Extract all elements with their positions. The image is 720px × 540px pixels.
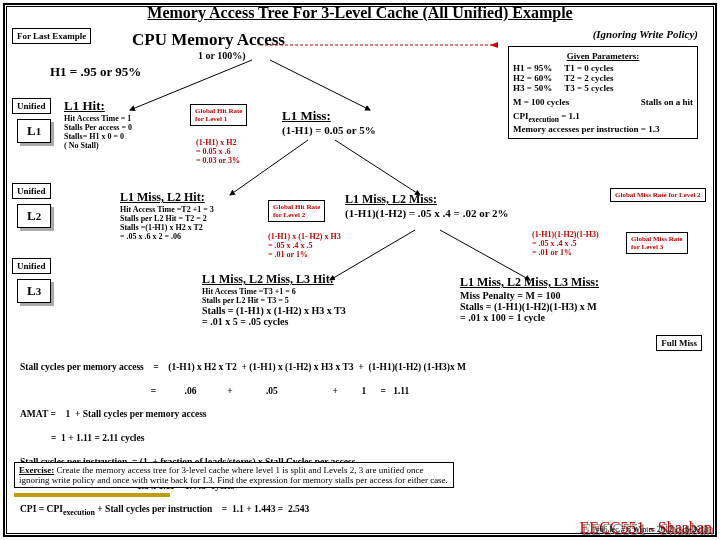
l2-miss: L1 Miss, L2 Miss: (1-H1)(1-H2) = .05 x .… <box>345 192 509 219</box>
l1-calc: (1-H1) x H2 = 0.05 x .6 = 0.03 or 3% <box>196 138 240 165</box>
l3-hit-d: = .01 x 5 = .05 cycles <box>202 316 422 327</box>
gmr2-box: Global Miss Rate for Level 2 <box>610 188 706 202</box>
l1-box: L1 <box>17 119 51 143</box>
unified-1: Unified <box>12 98 51 114</box>
l3-hit-c: Stalls = (1-H1) x (1-H2) x H3 x T3 <box>202 305 422 316</box>
l3-miss-c: = .01 x 100 = 1 cycle <box>460 312 680 323</box>
h1-label: H1 = .95 or 95% <box>50 64 141 80</box>
l3-calc: (1-H1)(1-H2)(1-H3) = .05 x .4 x .5 = .01… <box>532 230 599 257</box>
l3-miss-h: L1 Miss, L2 Miss, L3 Miss: <box>460 275 680 290</box>
l1-miss-a: (1-H1) = 0.05 or 5% <box>282 124 376 136</box>
l3-hit-h: L1 Miss, L2 Miss, L3 Hit: <box>202 272 422 287</box>
l1-miss: L1 Miss: (1-H1) = 0.05 or 5% <box>282 108 376 136</box>
given-stalls: Stalls on a hit <box>641 97 693 107</box>
ghr2-box: Global Hit Ratefor Level 2 <box>268 200 325 222</box>
ex-t: Create the memory access tree for 3-leve… <box>19 465 448 485</box>
given-m: M = 100 cycles <box>513 97 569 107</box>
l2-miss-a: (1-H1)(1-H2) = .05 x .4 = .02 or 2% <box>345 207 509 219</box>
cpu-label: CPU Memory Access <box>132 30 285 50</box>
given-h1: H1 = 95% <box>513 63 552 73</box>
l2-hit-c: Stalls =(1-H1) x H2 x T2 <box>120 223 280 232</box>
given-cpi: CPI <box>513 111 529 121</box>
l2-hit: L1 Miss, L2 Hit: Hit Access Time =T2 +1 … <box>120 190 280 241</box>
unified-3: Unified <box>12 258 51 274</box>
ignore-label: (Ignoring Write Policy) <box>593 28 698 40</box>
unified-2: Unified <box>12 183 51 199</box>
stall-calc: Stall cycles per memory access = (1-H1) … <box>20 350 680 530</box>
l3-miss: L1 Miss, L2 Miss, L3 Miss: Miss Penalty … <box>460 275 680 323</box>
given-params: Given Parameters: H1 = 95% H2 = 60% H3 =… <box>508 46 698 139</box>
l1-hit-c: Stalls= H1 x 0 = 0 <box>64 132 194 141</box>
l1-hit-a: Hit Access Time = 1 <box>64 114 194 123</box>
given-t1: T1 = 0 cycles <box>564 63 613 73</box>
for-last-box: For Last Example <box>12 28 91 44</box>
l1-miss-h: L1 Miss: <box>282 108 376 124</box>
exercise-box: Exercise: Create the memory access tree … <box>14 462 454 488</box>
l2-hit-a: Hit Access Time =T2 +1 = 3 <box>120 205 280 214</box>
given-cpiv: = 1.1 <box>559 111 580 121</box>
l2-miss-h: L1 Miss, L2 Miss: <box>345 192 437 206</box>
given-h3: H3 = 50% <box>513 83 552 93</box>
l2-hit-b: Stalls per L2 Hit = T2 = 2 <box>120 214 280 223</box>
l1-hit-d: ( No Stall) <box>64 141 194 150</box>
l2-box: L2 <box>17 204 51 228</box>
l2-hit-d: = .05 x .6 x 2 = .06 <box>120 232 280 241</box>
gmr3-box: Global Miss Ratefor Level 3 <box>626 232 688 254</box>
ex-h: Exercise: <box>19 465 54 475</box>
l3-miss-a: Miss Penalty = M = 100 <box>460 290 680 301</box>
given-t3: T3 = 5 cycles <box>564 83 613 93</box>
title: Memory Access Tree For 3-Level Cache (Al… <box>0 4 720 22</box>
l3-hit-a: Hit Access Time =T3 +1 = 6 <box>202 287 422 296</box>
l2-calc: (1-H1) x (1- H2) x H3 = .05 x .4 x .5 = … <box>268 232 341 259</box>
hundred-label: 1 or 100%) <box>198 50 246 61</box>
l3-miss-b: Stalls = (1-H1)(1-H2)(1-H3) x M <box>460 301 680 312</box>
lecture-info: #66 lec # 8 Winter 2012 1-16-2013 <box>596 525 708 534</box>
l3-box: L3 <box>17 279 51 303</box>
given-header: Given Parameters: <box>513 51 693 61</box>
l1-hit-b: Stalls Per access = 0 <box>64 123 194 132</box>
l1-hit: L1 Hit: Hit Access Time = 1 Stalls Per a… <box>64 98 194 150</box>
l1-hit-h: L1 Hit: <box>64 98 194 114</box>
ghr1-box: Global Hit Ratefor Level 1 <box>190 104 247 126</box>
given-t2: T2 = 2 cycles <box>564 73 613 83</box>
given-cpisub: execution <box>529 115 559 124</box>
given-mapi: Memory accesses per instruction = 1.3 <box>513 124 693 134</box>
given-h2: H2 = 60% <box>513 73 552 83</box>
full-miss: Full Miss <box>656 335 702 351</box>
l2-hit-h: L1 Miss, L2 Hit: <box>120 190 280 205</box>
l3-hit: L1 Miss, L2 Miss, L3 Hit: Hit Access Tim… <box>202 272 422 327</box>
l3-hit-b: Stalls per L2 Hit = T3 = 5 <box>202 296 422 305</box>
